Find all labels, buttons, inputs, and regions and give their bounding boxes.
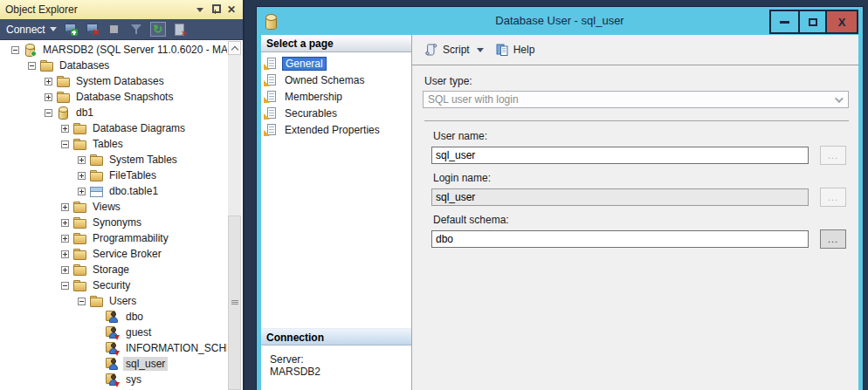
vertical-scrollbar[interactable] (228, 41, 241, 389)
tree-item-dbo-user[interactable]: dbo (0, 309, 227, 325)
tree-item-system-tables[interactable]: System Tables (0, 152, 227, 168)
minimize-icon (780, 21, 789, 24)
collapse-icon[interactable] (28, 62, 36, 70)
close-icon[interactable]: ✕ (227, 4, 236, 15)
page-item-membership[interactable]: Membership (264, 88, 410, 105)
server-label: Server: (270, 353, 411, 366)
expand-icon[interactable] (45, 93, 52, 101)
page-item-owned-schemas[interactable]: Owned Schemas (264, 72, 410, 88)
connect-object-icon[interactable] (63, 22, 79, 37)
chevron-down-icon (835, 94, 844, 103)
tree-item-security[interactable]: Security (0, 277, 227, 293)
default-schema-input[interactable] (431, 230, 809, 248)
expand-icon[interactable] (78, 172, 86, 180)
expand-icon[interactable] (61, 203, 69, 211)
help-button[interactable]: Help (492, 40, 539, 59)
connection-header: Connection (261, 328, 411, 346)
object-explorer-toolbar: Connect ↻ (0, 19, 243, 40)
disconnect-icon[interactable] (85, 22, 100, 37)
collapse-icon[interactable] (61, 282, 69, 290)
tree-item-storage[interactable]: Storage (0, 262, 227, 277)
expand-icon[interactable] (61, 250, 69, 258)
autoscript-disabled-icon (172, 22, 188, 37)
scroll-up-button[interactable] (228, 41, 241, 55)
expand-icon[interactable] (61, 266, 69, 274)
user-icon (106, 310, 120, 324)
folder-icon (72, 231, 86, 245)
default-schema-browse-button[interactable]: ... (820, 229, 846, 249)
page-item-extended-properties[interactable]: Extended Properties (264, 121, 410, 138)
tree-item-programmability[interactable]: Programmability (0, 230, 227, 246)
database-icon (56, 106, 70, 120)
user-name-browse-button: ... (820, 146, 846, 165)
folder-icon (72, 216, 86, 229)
scrollbar-thumb[interactable] (228, 216, 241, 390)
tree-item-views[interactable]: Views (0, 199, 227, 215)
minimize-button[interactable] (771, 11, 798, 32)
refresh-icon[interactable]: ↻ (150, 22, 166, 37)
tree-item-dbo-table1[interactable]: dbo.table1 (0, 183, 227, 199)
folder-icon (72, 278, 86, 292)
collapse-icon[interactable] (11, 46, 19, 54)
user-type-value: SQL user with login (428, 93, 519, 106)
user-type-label: User type: (424, 75, 849, 87)
stop-icon (107, 22, 122, 37)
script-dropdown-icon[interactable] (477, 48, 484, 52)
user-name-input[interactable] (431, 147, 809, 164)
tree-item-system-databases[interactable]: System Databases (0, 73, 227, 89)
expand-icon[interactable] (61, 219, 69, 227)
expand-icon[interactable] (61, 125, 69, 133)
tree-item-information-schema-user[interactable]: INFORMATION_SCHEMA (0, 340, 227, 356)
object-explorer-tree: MARSDB2 (SQL Server 11.0.6020 - MARSD Da… (0, 40, 243, 390)
expand-icon[interactable] (78, 188, 86, 195)
collapse-icon[interactable] (78, 298, 86, 305)
user-icon (106, 357, 120, 371)
script-button[interactable]: Script (420, 40, 487, 59)
connect-button[interactable]: Connect (6, 24, 57, 36)
page-icon (264, 106, 278, 120)
tree-item-server[interactable]: MARSDB2 (SQL Server 11.0.6020 - MARSD (0, 42, 227, 58)
user-disabled-icon (106, 373, 120, 387)
tree-item-databases[interactable]: Databases (0, 58, 227, 73)
filter-icon[interactable] (128, 22, 144, 37)
tree-item-synonyms[interactable]: Synonyms (0, 215, 227, 230)
table-icon (89, 184, 103, 198)
window-position-icon[interactable] (196, 8, 203, 12)
pin-icon[interactable] (211, 4, 219, 15)
tree-item-sql-user[interactable]: sql_user (0, 356, 227, 372)
tree-item-db1[interactable]: db1 (0, 105, 227, 120)
tree-item-sys-user[interactable]: sys (0, 372, 227, 387)
user-type-select[interactable]: SQL user with login (423, 91, 849, 108)
page-item-general[interactable]: General (264, 55, 410, 72)
maximize-icon (809, 18, 817, 26)
expand-icon[interactable] (45, 78, 52, 86)
folder-icon (72, 247, 86, 261)
folder-icon (39, 58, 53, 72)
tree-item-guest-user[interactable]: guest (0, 325, 227, 340)
collapse-icon[interactable] (45, 109, 52, 117)
tree-item-users[interactable]: Users (0, 293, 227, 309)
user-disabled-icon (106, 341, 120, 355)
dialog-main-panel: Script Help User type: SQL user with log… (412, 35, 858, 390)
dialog-titlebar[interactable]: Database User - sql_user X (257, 7, 863, 35)
collapse-icon[interactable] (61, 140, 69, 148)
tree-item-database-diagrams[interactable]: Database Diagrams (0, 120, 227, 136)
close-button[interactable]: X (825, 11, 857, 32)
panel-title: Object Explorer (5, 3, 196, 16)
tree-item-service-broker[interactable]: Service Broker (0, 246, 227, 262)
script-label: Script (443, 44, 470, 56)
tree-item-tables[interactable]: Tables (0, 136, 227, 152)
object-explorer-panel: Object Explorer ✕ Connect ↻ MARSDB2 (SQL… (0, 0, 245, 390)
maximize-button[interactable] (798, 11, 825, 32)
page-icon (264, 73, 278, 87)
expand-icon[interactable] (61, 235, 69, 243)
login-name-input[interactable] (431, 188, 809, 206)
default-schema-label: Default schema: (433, 214, 846, 226)
script-icon (424, 43, 438, 57)
page-item-securables[interactable]: Securables (264, 105, 410, 121)
tree-item-database-snapshots[interactable]: Database Snapshots (0, 89, 227, 105)
separator (424, 120, 849, 121)
page-icon (264, 90, 278, 104)
tree-item-filetables[interactable]: FileTables (0, 168, 227, 183)
expand-icon[interactable] (78, 156, 86, 164)
